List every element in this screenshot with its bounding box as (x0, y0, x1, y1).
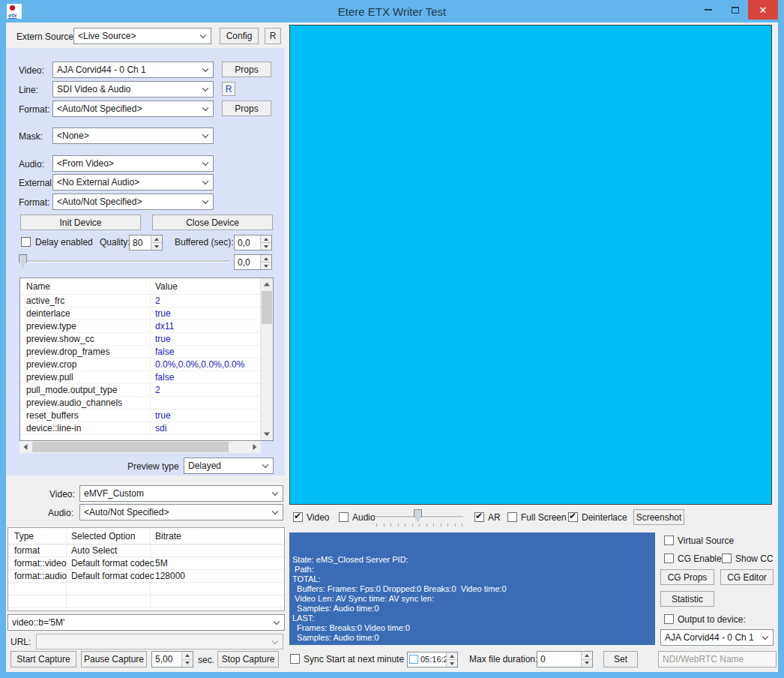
table-row[interactable]: preview.show_cctrue (20, 333, 260, 346)
table-row[interactable]: pull_mode.output_type2 (20, 384, 260, 397)
scroll-down-icon[interactable] (261, 428, 273, 440)
statistic-button[interactable]: Statistic (660, 591, 714, 607)
pause-capture-button[interactable]: Pause Capture (81, 651, 147, 668)
table-row[interactable]: preview.crop0.0%,0.0%,0.0%,0.0% (20, 358, 260, 371)
ndi-name-input[interactable] (658, 651, 777, 668)
max-file-duration-spinner[interactable]: 0 (537, 651, 593, 668)
init-device-button[interactable]: Init Device (20, 214, 141, 230)
table-row[interactable]: format::videoDefault format codec5M (8, 557, 284, 570)
audio-combo[interactable]: <From Video> (52, 155, 214, 172)
video-preview-area[interactable] (289, 25, 772, 505)
col-header-type[interactable]: Type (8, 528, 67, 544)
table-row[interactable]: reset_bufferstrue (20, 410, 260, 422)
spin-up-icon[interactable] (582, 652, 592, 659)
stop-capture-button[interactable]: Stop Capture (217, 651, 279, 668)
spin-up-icon[interactable] (151, 236, 162, 242)
titlebar[interactable]: etx Etere ETX Writer Test ✕ (0, 0, 784, 22)
table-row[interactable]: format::audioDefault format codec128000 (8, 570, 284, 583)
delay-enabled-checkbox[interactable] (21, 237, 31, 247)
video-device-combo[interactable]: AJA Corvid44 - 0 Ch 1 (52, 62, 214, 78)
codec-table[interactable]: Type Selected Option Bitrate formatAuto … (7, 527, 285, 611)
spinner-arrows[interactable] (446, 652, 457, 667)
extern-source-combo[interactable]: <Live Source> (73, 28, 211, 44)
output-to-device-checkbox[interactable] (664, 614, 674, 624)
mask-combo[interactable]: <None> (52, 128, 214, 144)
scroll-right-icon[interactable] (249, 441, 261, 453)
url-combo[interactable] (36, 634, 283, 650)
minimize-button[interactable] (697, 0, 720, 20)
external-audio-combo[interactable]: <No External Audio> (52, 174, 214, 190)
config-button[interactable]: Config (220, 28, 259, 44)
output-video-combo[interactable]: eMVF_Custom (79, 485, 283, 502)
start-time-value[interactable]: 05:16:2 (420, 655, 448, 664)
spin-down-icon[interactable] (261, 262, 271, 269)
spin-down-icon[interactable] (261, 242, 271, 250)
vertical-scrollbar[interactable] (260, 278, 273, 440)
col-header-option[interactable]: Selected Option (67, 528, 151, 544)
extern-r-button[interactable]: R (265, 28, 281, 44)
fullscreen-checkbox[interactable] (507, 512, 517, 522)
table-row[interactable]: deinterlacetrue (20, 308, 260, 320)
cg-props-button[interactable]: CG Props (660, 569, 714, 585)
cg-enabled-checkbox[interactable] (664, 554, 674, 563)
spin-up-icon[interactable] (182, 652, 193, 659)
close-button[interactable]: ✕ (748, 0, 778, 20)
scroll-left-icon[interactable] (19, 441, 31, 453)
col-header-value[interactable]: Value (151, 278, 260, 294)
spin-up-icon[interactable] (261, 236, 271, 242)
time-enable-checkbox[interactable] (409, 655, 418, 664)
output-audio-combo[interactable]: <Auto/Not Specified> (79, 504, 283, 520)
spinner-arrows[interactable] (151, 236, 162, 250)
output-device-combo[interactable]: AJA Corvid44 - 0 Ch 1 (660, 629, 774, 646)
codec-options-combo[interactable]: video::b='5M' (7, 614, 285, 631)
spinner-arrows[interactable] (260, 255, 271, 269)
audio-format-combo[interactable]: <Auto/Not Specified> (52, 194, 214, 210)
table-row[interactable]: preview.pullfalse (20, 371, 260, 384)
delay-seconds-spinner[interactable]: 0,0 (234, 254, 272, 270)
deinterlace-checkbox[interactable] (568, 512, 578, 522)
close-device-button[interactable]: Close Device (152, 214, 273, 230)
show-cc-checkbox[interactable] (722, 554, 732, 563)
video-props-button[interactable]: Props (222, 62, 271, 77)
preview-video-checkbox[interactable] (293, 512, 303, 522)
spin-down-icon[interactable] (182, 659, 193, 668)
virtual-source-checkbox[interactable] (664, 536, 674, 545)
col-header-bitrate[interactable]: Bitrate (151, 528, 284, 544)
cg-editor-button[interactable]: CG Editor (720, 569, 774, 585)
spin-down-icon[interactable] (447, 659, 457, 667)
spin-down-icon[interactable] (582, 659, 592, 668)
ar-checkbox[interactable] (474, 512, 484, 522)
spinner-arrows[interactable] (260, 236, 271, 250)
spin-down-icon[interactable] (151, 242, 162, 250)
format-props-button[interactable]: Props (222, 100, 271, 116)
scroll-up-icon[interactable] (261, 278, 273, 290)
format-combo[interactable]: <Auto/Not Specified> (52, 100, 214, 117)
scrollbar-thumb[interactable] (32, 442, 229, 452)
spinner-arrows[interactable] (581, 652, 592, 667)
table-row[interactable]: preview.typedx11 (20, 320, 260, 333)
maximize-button[interactable] (724, 0, 747, 20)
sync-start-checkbox[interactable] (290, 654, 300, 664)
table-row[interactable]: device::line-insdi (20, 422, 260, 435)
delay-slider-track[interactable] (21, 260, 229, 262)
buffered-spinner[interactable]: 0,0 (234, 235, 272, 250)
preview-type-combo[interactable]: Delayed (184, 458, 274, 474)
screenshot-button[interactable]: Screenshot (633, 509, 684, 525)
table-row[interactable]: formatAuto Select (8, 544, 284, 557)
spin-up-icon[interactable] (447, 652, 457, 659)
line-r-button[interactable]: R (222, 82, 235, 96)
quality-spinner[interactable]: 80 (129, 235, 163, 250)
preview-audio-checkbox[interactable] (339, 512, 349, 522)
line-combo[interactable]: SDI Video & Audio (52, 81, 214, 98)
table-row[interactable]: preview.audio_channels (20, 397, 260, 410)
start-capture-button[interactable]: Start Capture (10, 651, 76, 668)
interval-spinner[interactable]: 5,00 (151, 651, 193, 668)
table-row[interactable]: active_frc2 (20, 295, 260, 308)
properties-table[interactable]: Name Value active_frc2deinterlacetruepre… (19, 278, 274, 441)
spin-up-icon[interactable] (261, 255, 271, 262)
spinner-arrows[interactable] (181, 652, 193, 667)
start-time-field[interactable]: 05:16:2 (407, 652, 458, 668)
set-button[interactable]: Set (603, 651, 638, 668)
col-header-name[interactable]: Name (20, 278, 151, 294)
table-row[interactable]: preview.drop_framesfalse (20, 346, 260, 358)
